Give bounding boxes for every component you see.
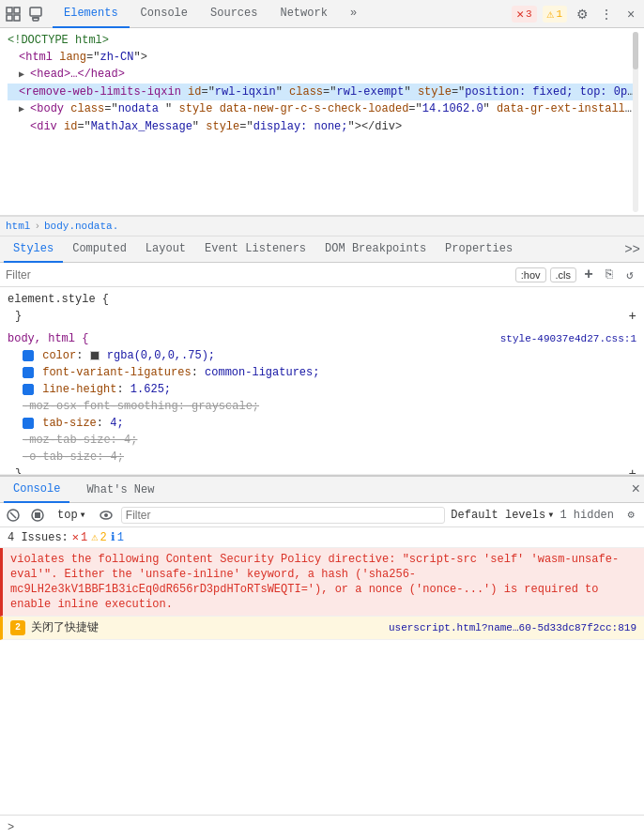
color-swatch[interactable] (90, 351, 100, 360)
style-body-attr: style (179, 102, 213, 115)
html-line-html[interactable]: <html lang="zh-CN"> (8, 49, 636, 66)
element-style-brace: } (15, 308, 22, 325)
tab-event-listeners[interactable]: Event Listeners (195, 236, 315, 263)
rule-plus-button[interactable]: + (629, 308, 636, 325)
html-line-body[interactable]: ▶ <body class="nodata " style data-new-g… (8, 100, 636, 118)
html-line-remove-limits[interactable]: <remove-web-limits-iqxin id="rwl-iqxin" … (8, 84, 636, 100)
console-filter-input[interactable] (121, 507, 445, 524)
main-content: <!DOCTYPE html> <html lang="zh-CN"> ▶ <h… (0, 28, 644, 839)
lang-value: zh-CN (100, 51, 133, 64)
more-tabs-button[interactable]: >> (624, 242, 640, 257)
tab-elements[interactable]: Elements (53, 0, 130, 28)
context-label: top (57, 509, 78, 522)
cls-button[interactable]: .cls (550, 267, 577, 282)
css-prop-moz-font[interactable]: -moz-osx-font-smoothing: grayscale; (8, 398, 636, 415)
body-html-selector[interactable]: body, html { (8, 330, 88, 347)
css-prop-moz-tab[interactable]: -moz-tab-size: 4; (8, 432, 636, 449)
error-badge[interactable]: ✕ 3 (512, 6, 536, 23)
scrollbar-thumb[interactable] (633, 32, 638, 69)
scrollbar[interactable] (633, 32, 638, 212)
issues-info-badge[interactable]: ℹ 1 (111, 530, 124, 544)
svg-rect-10 (35, 512, 40, 518)
warning-message-text: 关闭了快捷键 (31, 620, 383, 635)
css-prop-o-tab[interactable]: -o-tab-size: 4; (8, 449, 636, 465)
settings-button[interactable]: ⚙ (573, 5, 591, 23)
clear-console-button[interactable] (4, 506, 23, 525)
css-prop-tab-size[interactable]: tab-size: 4; (8, 415, 636, 432)
issues-warn-badge[interactable]: ⚠ 2 (91, 530, 106, 544)
breadcrumb-sep: › (34, 221, 40, 232)
eye-button[interactable] (97, 506, 115, 525)
breadcrumb-html[interactable]: html (6, 221, 30, 232)
css-prop-color[interactable]: color: rgba(0,0,0,.75); (8, 347, 636, 364)
css-prop-font-variant[interactable]: font-variant-ligatures: common-ligatures… (8, 364, 636, 381)
div-style-value: display: none; (253, 120, 348, 133)
plus-icon[interactable]: + (580, 267, 597, 283)
checkbox-color[interactable] (23, 350, 34, 361)
tab-more[interactable]: » (339, 0, 368, 28)
checkbox-font-variant[interactable] (23, 367, 34, 378)
data-attr2: data-gr-ext-installed (497, 102, 636, 115)
console-message-error: violates the following Content Security … (0, 548, 644, 617)
tab-computed[interactable]: Computed (63, 236, 136, 263)
hov-button[interactable]: :hov (515, 267, 546, 282)
checkbox-line-height[interactable] (23, 384, 34, 395)
breadcrumb-body[interactable]: body.nodata. (44, 221, 118, 232)
tab-layout[interactable]: Layout (136, 236, 195, 263)
warn-badge[interactable]: ⚠ 1 (543, 6, 567, 23)
tab-dom-breakpoints[interactable]: DOM Breakpoints (315, 236, 436, 263)
tab-styles[interactable]: Styles (4, 236, 63, 263)
svg-point-12 (104, 513, 108, 517)
doctype-text: <!DOCTYPE html> (8, 34, 109, 47)
warn-count: 1 (556, 8, 562, 20)
breadcrumb: html › body.nodata. (0, 216, 644, 236)
element-style-selector[interactable]: element.style { (8, 291, 636, 308)
copy-styles-icon[interactable]: ⎘ (601, 267, 618, 283)
css-rule-body-html: body, html { style-49037e4d27.css:1 colo… (8, 330, 636, 475)
more-options-button[interactable]: ⋮ (597, 5, 616, 23)
console-input[interactable] (18, 821, 636, 834)
class-value: rwl-exempt (336, 85, 404, 99)
id-attr: id (188, 85, 201, 99)
tab-console[interactable]: Console (130, 0, 199, 28)
styles-filter-input[interactable] (6, 268, 510, 282)
levels-dropdown-icon: ▾ (547, 508, 554, 522)
refresh-styles-icon[interactable]: ↺ (621, 267, 638, 283)
css-prop-line-height[interactable]: line-height: 1.625; (8, 381, 636, 398)
html-line-mathjax[interactable]: <div id="MathJax_Message" style="display… (8, 118, 636, 135)
lang-attr: lang (59, 51, 86, 64)
warning-badge-num: 2 (10, 620, 25, 635)
tab-properties[interactable]: Properties (436, 236, 522, 263)
stop-recording-button[interactable] (28, 506, 47, 525)
close-devtools-button[interactable]: × (621, 5, 640, 23)
console-toolbar: Console What's New × (0, 477, 644, 503)
default-levels-button[interactable]: Default levels ▾ (451, 508, 554, 522)
filter-right-controls: :hov .cls + ⎘ ↺ (515, 267, 638, 283)
data-attr1: data-new-gr-c-s-check-loaded (220, 102, 409, 115)
id-value: rwl-iqxin (215, 85, 276, 99)
console-tab-whats-new[interactable]: What's New (77, 477, 163, 503)
svg-rect-1 (14, 8, 20, 13)
body-html-plus-button[interactable]: + (629, 465, 636, 475)
issues-label: 4 Issues: (8, 531, 69, 544)
triangle-icon: ▶ (19, 69, 30, 80)
console-tab-active[interactable]: Console (4, 477, 69, 503)
html-line-head[interactable]: ▶ <head>…</head> (8, 66, 636, 84)
console-settings-button[interactable]: ⚙ (621, 506, 640, 525)
styles-tabs: Styles Computed Layout Event Listeners D… (0, 236, 644, 263)
div-style-attr: style (206, 120, 239, 133)
console-close-button[interactable]: × (631, 481, 640, 498)
triangle-body-icon: ▶ (19, 104, 30, 114)
inspect-element-button[interactable] (4, 5, 23, 23)
html-line-doctype[interactable]: <!DOCTYPE html> (8, 32, 636, 49)
tab-network[interactable]: Network (268, 0, 338, 28)
device-toolbar-button[interactable] (26, 5, 45, 23)
warning-message-link[interactable]: userscript.html?name…60-5d33dc87f2cc:819 (389, 620, 636, 635)
checkbox-tab-size[interactable] (23, 418, 34, 429)
context-dropdown[interactable]: top ▾ (53, 506, 91, 524)
body-html-source[interactable]: style-49037e4d27.css:1 (500, 330, 636, 347)
issues-error-badge[interactable]: ✕ 1 (72, 530, 87, 544)
body-tag: <body (30, 102, 64, 115)
tab-sources[interactable]: Sources (199, 0, 268, 28)
div-id-value: MathJax_Message (91, 120, 192, 133)
